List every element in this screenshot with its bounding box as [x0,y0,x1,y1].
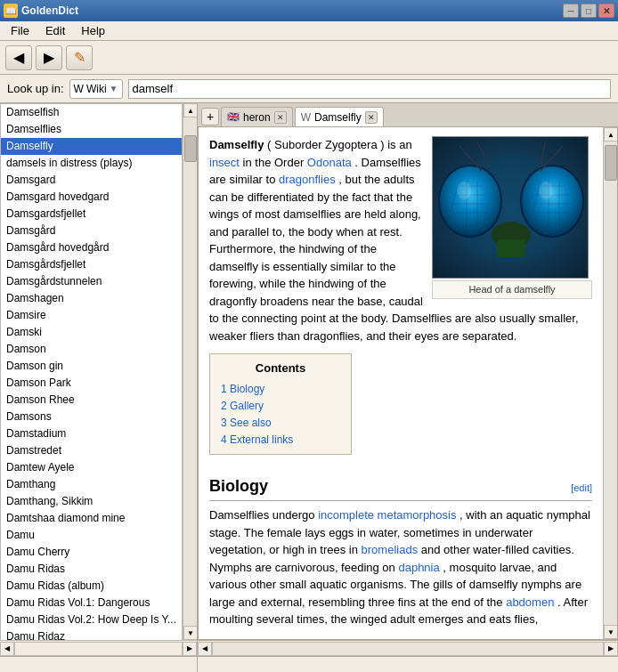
tab-bar: + 🇬🇧 heron ✕ W Damselfly ✕ [198,103,618,126]
tab-heron-close[interactable]: ✕ [274,111,287,124]
word-list-item[interactable]: Damselfly [1,138,182,155]
article-content[interactable]: Head of a damselfly Damselfly ( Suborder… [199,127,603,639]
word-list-item[interactable]: Damtew Ayele [1,459,182,476]
word-list-item[interactable]: Damu [1,527,182,544]
content-hscroll-right[interactable]: ▶ [604,642,618,656]
word-list-item[interactable]: Damson [1,341,182,358]
word-list-item[interactable]: Damu Ridas (album) [1,578,182,595]
word-list-item[interactable]: Damu Ridas Vol.1: Dangerous [1,595,182,611]
word-list-item[interactable]: Damsire [1,307,182,324]
word-list-item[interactable]: Damu Ridas [1,561,182,578]
word-list-item[interactable]: Damsgård hovedgård [1,239,182,256]
back-button[interactable]: ◀ [5,45,32,70]
search-input[interactable] [128,79,611,99]
content-hscroll-left[interactable]: ◀ [198,642,212,656]
hscroll-right[interactable]: ▶ [183,642,197,656]
dragonflies-link[interactable]: dragonflies [279,173,336,186]
word-list-item[interactable]: Damthang [1,476,182,493]
word-list-item[interactable]: Damu Cherry [1,544,182,561]
content-scroll-down[interactable]: ▼ [604,625,618,639]
word-list-item[interactable]: Damsgard hovedgard [1,189,182,206]
left-panel: DamselfishDamselfliesDamselflydamsels in… [0,103,198,656]
word-list-item[interactable]: Damski [1,324,182,341]
menu-file[interactable]: File [4,22,37,39]
content-scrollbar[interactable]: ▲ ▼ [603,127,617,639]
toc-seealso-link[interactable]: 3 See also [221,417,272,429]
statusbar [0,656,618,672]
insect-link[interactable]: insect [209,156,240,169]
lookup-label: Look up in: [7,82,64,95]
content-scroll-track[interactable] [604,142,617,625]
word-list-item[interactable]: Damtshaa diamond mine [1,510,182,527]
word-list-item[interactable]: Damson Park [1,375,182,392]
word-list-item[interactable]: Damsgard [1,172,182,189]
word-list-item[interactable]: Damsons [1,409,182,425]
list-scroll-down[interactable]: ▼ [183,626,197,640]
tab-damselfly[interactable]: W Damselfly ✕ [295,107,384,126]
close-button[interactable]: ✕ [598,4,614,18]
restore-button[interactable]: □ [581,4,597,18]
daphnia-link[interactable]: daphnia [398,561,439,574]
article-intro-1: ) is an [380,138,411,151]
word-list-scrollbar[interactable]: ▲ ▼ [183,103,197,640]
toc-biology-link[interactable]: 1 Biology [221,383,264,395]
menu-edit[interactable]: Edit [38,22,72,39]
new-tab-button[interactable]: + [201,108,219,125]
word-list-item[interactable]: Damson gin [1,358,182,375]
word-list-item[interactable]: Damsgardsfjellet [1,206,182,223]
content-hscroll-track[interactable] [212,642,604,656]
toc-title: Contents [221,360,340,377]
toc-item-3[interactable]: 3 See also [221,415,340,432]
app-icon: 📖 [4,4,18,18]
word-list-item[interactable]: Damsgårdstunnelen [1,273,182,290]
word-list-item[interactable]: damsels in distress (plays) [1,155,182,172]
content-scroll-thumb[interactable] [605,145,617,181]
odonata-link[interactable]: Odonata [307,156,352,169]
minimize-button[interactable]: ─ [563,4,579,18]
main-area: DamselfishDamselfliesDamselflydamsels in… [0,103,618,656]
list-scroll-track[interactable] [183,117,197,626]
lookup-source-selector[interactable]: W Wiki ▼ [69,79,123,99]
content-scroll-up[interactable]: ▲ [604,127,618,142]
titlebar-left: 📖 GoldenDict [4,4,78,18]
scan-button[interactable]: ✎ [66,45,93,70]
word-list-item[interactable]: Damstredet [1,442,182,459]
word-list-item[interactable]: Damselfish [1,104,182,121]
biology-edit-link[interactable]: [edit] [571,481,592,496]
wiki-icon: W [74,83,84,95]
hscroll-bar[interactable] [14,642,183,656]
tab-heron[interactable]: 🇬🇧 heron ✕ [221,107,293,126]
toc-item-2[interactable]: 2 Gallery [221,398,340,415]
tab-damselfly-close[interactable]: ✕ [365,111,378,124]
forward-button[interactable]: ▶ [36,45,62,70]
toc-item-1[interactable]: 1 Biology [221,381,340,398]
abdomen-link[interactable]: abdomen [506,595,554,609]
article-image-container: Head of a damselfly [432,136,592,299]
lookup-source-name: Wiki [86,83,107,95]
toc-gallery-link[interactable]: 2 Gallery [221,400,264,412]
toc-item-4[interactable]: 4 External links [221,432,340,449]
word-list-item[interactable]: Damsgård [1,223,182,239]
toolbar: ◀ ▶ ✎ [0,41,618,75]
word-list-item[interactable]: Damthang, Sikkim [1,493,182,510]
word-list-item[interactable]: Damselflies [1,121,182,138]
word-list-item[interactable]: Damstadium [1,425,182,442]
list-scroll-up[interactable]: ▲ [183,103,197,117]
word-list-item[interactable]: Damshagen [1,290,182,307]
hscroll-left[interactable]: ◀ [0,642,14,656]
menu-help[interactable]: Help [74,22,112,39]
metamorphosis-link[interactable]: incomplete metamorphosis [318,508,456,522]
forward-icon: ▶ [44,49,54,66]
list-scroll-thumb[interactable] [184,135,197,162]
damselfly-image [432,136,589,279]
lookup-source-arrow: ▼ [110,84,118,93]
wiki-tab-icon: W [301,111,311,124]
word-list-item[interactable]: Damson Rhee [1,392,182,409]
word-list-item[interactable]: Damsgårdsfjellet [1,256,182,273]
bromeliads-link[interactable]: bromeliads [362,543,419,556]
word-list-item[interactable]: Damu Ridaz [1,628,182,640]
word-list-item[interactable]: Damu Ridas Vol.2: How Deep Is Y... [1,611,182,628]
toc-external-link[interactable]: 4 External links [221,433,293,446]
window-title: GoldenDict [21,4,78,17]
tab-damselfly-label: Damselfly [314,111,362,124]
